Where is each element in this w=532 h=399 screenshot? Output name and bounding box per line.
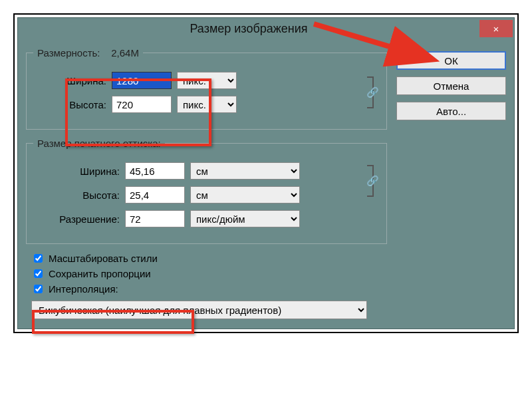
ok-button-label: ОК xyxy=(444,55,458,66)
document-size-legend: Размер печатного оттиска: xyxy=(33,138,165,149)
document-size-group: Размер печатного оттиска: Ширина: см xyxy=(26,138,387,244)
link-brace-2: 🔗 xyxy=(367,165,374,197)
print-height-input[interactable] xyxy=(125,186,185,203)
print-width-input[interactable] xyxy=(125,162,185,180)
constrain-proportions-checkbox[interactable] xyxy=(34,269,43,278)
height-label: Высота: xyxy=(33,99,106,110)
legend-prefix: Размерность: xyxy=(37,47,100,59)
pixel-dimensions-legend: Размерность: 2,64M xyxy=(33,47,143,59)
dialog-title: Размер изображения xyxy=(18,22,479,36)
print-width-unit-select[interactable]: см xyxy=(190,162,300,180)
scale-styles-checkbox[interactable] xyxy=(34,254,43,263)
auto-button-label: Авто... xyxy=(436,106,466,117)
cancel-button[interactable]: Отмена xyxy=(396,76,506,95)
width-label: Ширина: xyxy=(33,75,106,86)
dialog-window: Размер изображения × Размерность: 2,64M xyxy=(17,17,515,329)
pixel-dimensions-group: Размерность: 2,64M Ширина: пикс. xyxy=(26,47,387,130)
chain-icon-2: 🔗 xyxy=(366,175,379,187)
ok-button[interactable]: ОК xyxy=(396,51,506,70)
link-brace: 🔗 xyxy=(367,76,374,108)
print-width-label: Ширина: xyxy=(33,166,120,177)
close-button[interactable]: × xyxy=(479,20,513,37)
constrain-proportions-label: Сохранить пропорции xyxy=(49,268,151,279)
close-icon: × xyxy=(493,23,499,35)
height-unit-select[interactable]: пикс. xyxy=(177,96,237,113)
height-input[interactable] xyxy=(112,96,172,113)
print-height-unit-select[interactable]: см xyxy=(190,186,300,203)
scale-styles-label: Масштабировать стили xyxy=(49,253,158,264)
interpolation-select[interactable]: Бикубическая (наилучшая для плавных град… xyxy=(31,301,367,319)
interpolation-label: Интерполяция: xyxy=(49,283,118,295)
auto-button[interactable]: Авто... xyxy=(396,102,506,120)
resolution-label: Разрешение: xyxy=(33,213,120,225)
interpolation-checkbox[interactable] xyxy=(34,285,43,293)
print-height-label: Высота: xyxy=(33,190,120,201)
resolution-input[interactable] xyxy=(125,210,185,227)
width-unit-select[interactable]: пикс. xyxy=(177,72,237,89)
titlebar: Размер изображения × xyxy=(18,18,514,39)
chain-icon: 🔗 xyxy=(366,86,379,98)
width-input[interactable] xyxy=(112,72,172,89)
resolution-unit-select[interactable]: пикс/дюйм xyxy=(190,210,300,227)
cancel-button-label: Отмена xyxy=(434,80,469,92)
file-size-text: 2,64M xyxy=(111,47,139,59)
